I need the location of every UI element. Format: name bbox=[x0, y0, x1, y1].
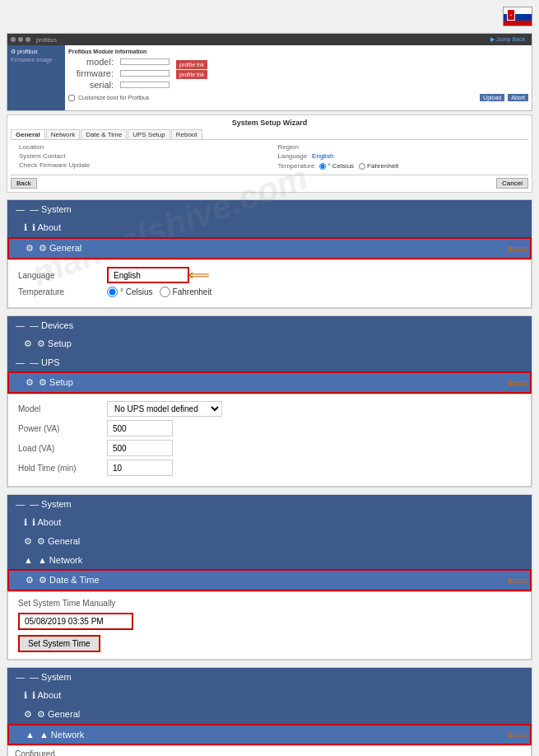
about-icon-1: ℹ bbox=[24, 222, 27, 233]
devices-label: — Devices bbox=[30, 320, 73, 330]
about-label-2: ℹ About bbox=[32, 517, 61, 528]
load-label: Load (VA) bbox=[18, 444, 100, 453]
datetime-menu[interactable]: ⚙ ⚙ Date & Time ⟸ bbox=[7, 569, 532, 591]
general-menu-2[interactable]: ⚙ ⚙ General bbox=[7, 532, 532, 551]
general-content-1: Language ⟸ Temperature ° Celsius Fahrenh… bbox=[7, 259, 532, 308]
set-manually-label: Set System Time Manually bbox=[18, 599, 521, 608]
model-label: Model bbox=[18, 404, 100, 413]
arrow-indicator-2: ⟸ bbox=[507, 374, 528, 392]
network-menu-2[interactable]: ▲ ▲ Network ⟸ bbox=[7, 724, 532, 745]
set-time-btn[interactable]: Set System Time bbox=[18, 635, 100, 652]
wizard-tab-general[interactable]: General bbox=[11, 129, 45, 139]
system-menu-2[interactable]: — — System bbox=[7, 495, 532, 513]
region-label: Region bbox=[278, 143, 299, 151]
country-flag: + bbox=[503, 7, 532, 26]
power-input[interactable] bbox=[107, 420, 173, 436]
datetime-label: ⚙ Date & Time bbox=[39, 575, 100, 586]
check-firmware-label: Check Firmware Update bbox=[19, 161, 90, 169]
system-menu-1[interactable]: — — System bbox=[7, 200, 532, 218]
system-section-3: — — System ℹ ℹ About ⚙ ⚙ General ▲ ▲ Net… bbox=[7, 667, 532, 756]
devices-setup-icon: ⚙ bbox=[24, 338, 32, 349]
wizard-tab-reboot[interactable]: Reboot bbox=[171, 129, 202, 139]
datetime-input[interactable] bbox=[18, 613, 133, 630]
devices-icon: — bbox=[16, 320, 25, 330]
general-icon-1: ⚙ bbox=[26, 243, 34, 254]
wizard-tab-datetime[interactable]: Date & Time bbox=[81, 129, 127, 139]
general-menu-1[interactable]: ⚙ ⚙ General ⟸ bbox=[7, 237, 532, 259]
temperature-radios-1: ° Celsius Fahrenheit bbox=[107, 287, 211, 297]
location-label: Location bbox=[19, 143, 44, 151]
wiz-celsius-label: ° Celsius bbox=[328, 162, 354, 170]
general-label-2: ⚙ General bbox=[37, 536, 80, 547]
system-menu-3[interactable]: — — System bbox=[7, 668, 532, 686]
power-label: Power (VA) bbox=[18, 424, 100, 433]
network-menu-1[interactable]: ▲ ▲ Network bbox=[7, 551, 532, 569]
system-label-3: — System bbox=[30, 672, 72, 682]
language-arrow-1: ⟸ bbox=[188, 266, 210, 284]
wizard-cancel-btn[interactable]: Cancel bbox=[496, 178, 528, 189]
about-icon-3: ℹ bbox=[24, 690, 27, 701]
system-icon-1: — bbox=[16, 204, 25, 214]
wiz-language-label: Language bbox=[278, 152, 308, 160]
network-icon-2: ▲ bbox=[26, 730, 35, 740]
system-label-1: — System bbox=[30, 204, 72, 214]
ups-menu[interactable]: — — UPS bbox=[7, 353, 532, 371]
general-label-1: ⚙ General bbox=[39, 243, 81, 254]
load-input[interactable] bbox=[107, 440, 173, 456]
wizard-panel: System Setup Wizard General Network Date… bbox=[7, 114, 532, 193]
celsius-radio-1[interactable] bbox=[107, 287, 118, 297]
language-input-1[interactable] bbox=[107, 267, 189, 283]
devices-setup-label: ⚙ Setup bbox=[37, 338, 72, 349]
about-menu-3[interactable]: ℹ ℹ About bbox=[7, 686, 532, 705]
datetime-content: Set System Time Manually Set System Time bbox=[7, 591, 532, 660]
wiz-celsius-radio[interactable] bbox=[319, 163, 326, 170]
datetime-icon: ⚙ bbox=[26, 575, 34, 586]
network-label-2: ▲ Network bbox=[39, 730, 84, 740]
configured-label: Configured bbox=[15, 749, 524, 756]
fahrenheit-label-1: Fahrenheit bbox=[173, 287, 212, 296]
ups-setup-icon: ⚙ bbox=[26, 377, 34, 388]
wiz-fahrenheit-label: Fahrenheit bbox=[367, 162, 398, 170]
model-select[interactable]: No UPS model defined bbox=[107, 401, 222, 417]
network-icon-1: ▲ bbox=[24, 555, 33, 565]
wiz-fahrenheit-radio[interactable] bbox=[359, 163, 365, 170]
fahrenheit-radio-1[interactable] bbox=[160, 287, 170, 297]
ups-setup-label: ⚙ Setup bbox=[39, 377, 73, 388]
devices-menu[interactable]: — — Devices bbox=[7, 316, 532, 334]
devices-section: — — Devices ⚙ ⚙ Setup — — UPS ⚙ ⚙ Setup … bbox=[7, 315, 532, 488]
wizard-tab-ups[interactable]: UPS Setup bbox=[128, 129, 170, 139]
temperature-label-1: Temperature bbox=[18, 287, 100, 296]
about-menu-1[interactable]: ℹ ℹ About bbox=[7, 218, 532, 237]
wizard-tabs: General Network Date & Time UPS Setup Re… bbox=[11, 129, 528, 140]
system-section-1: — — System ℹ ℹ About ⚙ ⚙ General ⟸ Langu… bbox=[7, 199, 532, 309]
wizard-title: System Setup Wizard bbox=[11, 119, 528, 127]
mini-screenshot: profibus ▶ Jump Back ⚙ profibus Firmware… bbox=[7, 33, 532, 111]
arrow-indicator-1: ⟸ bbox=[507, 240, 528, 258]
system-section-2: — — System ℹ ℹ About ⚙ ⚙ General ▲ ▲ Net… bbox=[7, 494, 532, 660]
wiz-language-value: English bbox=[312, 152, 333, 160]
general-menu-3[interactable]: ⚙ ⚙ General bbox=[7, 705, 532, 724]
ups-label: — UPS bbox=[30, 357, 60, 367]
about-icon-2: ℹ bbox=[24, 517, 27, 528]
network-label-1: ▲ Network bbox=[38, 555, 82, 565]
about-label-3: ℹ About bbox=[32, 690, 61, 701]
ups-content: Model No UPS model defined Power (VA) Lo… bbox=[7, 394, 532, 487]
language-label-1: Language bbox=[18, 271, 100, 280]
hold-label: Hold Time (min) bbox=[18, 464, 100, 473]
general-icon-2: ⚙ bbox=[24, 536, 32, 547]
general-label-3: ⚙ General bbox=[37, 709, 80, 720]
devices-setup-menu[interactable]: ⚙ ⚙ Setup bbox=[7, 334, 532, 353]
wiz-temp-label: Temperature bbox=[278, 162, 315, 170]
about-menu-2[interactable]: ℹ ℹ About bbox=[7, 513, 532, 532]
about-label-1: ℹ About bbox=[32, 222, 61, 233]
ups-icon: — bbox=[16, 357, 25, 367]
system-icon-3: — bbox=[16, 672, 25, 682]
celsius-label-1: ° Celsius bbox=[120, 287, 153, 296]
wizard-tab-network[interactable]: Network bbox=[46, 129, 80, 139]
ups-setup-menu[interactable]: ⚙ ⚙ Setup ⟸ bbox=[7, 371, 532, 394]
general-icon-3: ⚙ bbox=[24, 709, 32, 720]
system-contact-label: System Contact bbox=[19, 152, 65, 160]
wizard-back-btn[interactable]: Back bbox=[11, 178, 37, 189]
hold-input[interactable] bbox=[107, 460, 173, 476]
system-icon-2: — bbox=[16, 499, 25, 509]
